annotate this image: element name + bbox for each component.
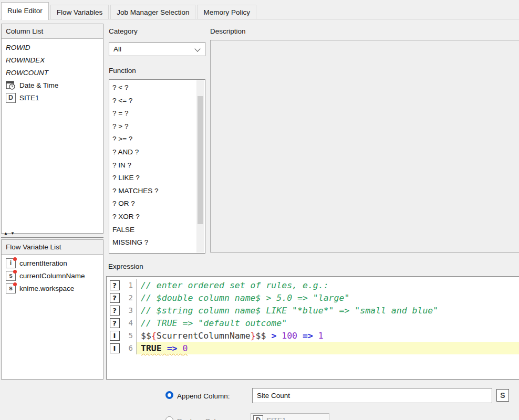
- code-token: =>: [303, 331, 313, 341]
- function-item[interactable]: ? > ?: [112, 120, 196, 133]
- function-item[interactable]: FALSE: [112, 224, 196, 237]
- code-token: $$: [141, 331, 151, 341]
- column-label: ROWID: [6, 44, 30, 51]
- expression-editor[interactable]: ?1// enter ordered set of rules, e.g.:?2…: [106, 276, 519, 380]
- function-label: Function: [109, 67, 136, 75]
- append-column-label: Append Column:: [177, 392, 230, 400]
- code-line-5[interactable]: I5$${ScurrentColumnName}$$ > 100 => 1: [107, 329, 519, 342]
- code-text[interactable]: TRUE => 0: [136, 342, 519, 354]
- tab-memory-policy[interactable]: Memory Policy: [197, 5, 256, 19]
- description-pane: [210, 40, 519, 253]
- line-number: 6: [122, 342, 136, 354]
- replace-column-dropdown[interactable]: D SITE1: [251, 413, 329, 420]
- code-text[interactable]: // $double column name$ > 5.0 => "large": [136, 291, 519, 304]
- function-item[interactable]: ? XOR ?: [112, 211, 196, 224]
- s-variable-type-icon: s: [6, 284, 16, 293]
- line-number: 3: [122, 304, 136, 317]
- function-item[interactable]: ? <= ?: [112, 94, 196, 108]
- replace-column-value: SITE1: [266, 416, 286, 420]
- replace-column-radio[interactable]: [165, 416, 173, 420]
- code-token: }: [251, 331, 256, 341]
- code-text[interactable]: // $string column name$ LIKE "*blue*" =>…: [136, 304, 519, 317]
- variable-dot: [13, 282, 17, 286]
- double-type-icon: D: [6, 93, 16, 103]
- description-label: Description: [210, 27, 246, 35]
- flow-variable-label: currentIteration: [19, 259, 67, 267]
- code-line-3[interactable]: ?3// $string column name$ LIKE "*blue*" …: [107, 304, 519, 317]
- function-item[interactable]: ? MATCHES ?: [112, 185, 196, 198]
- panel-splitter[interactable]: ▲▼: [1, 233, 103, 239]
- flow-variable-item[interactable]: scurrentColumnName: [2, 269, 103, 282]
- flow-variable-item[interactable]: icurrentIteration: [2, 257, 103, 269]
- column-label: ROWCOUNT: [6, 69, 48, 77]
- function-item[interactable]: ? IN ?: [112, 159, 196, 172]
- function-item[interactable]: ? OR ?: [112, 197, 196, 211]
- gutter-icon-cell: I: [107, 342, 122, 354]
- gutter-icon-cell: ?: [107, 291, 122, 304]
- function-items: ? < ?? <= ?? = ?? > ?? >= ?? AND ?? IN ?…: [112, 81, 196, 253]
- column-list: ROWIDROWINDEXROWCOUNTDate & TimeDSITE1: [2, 38, 103, 233]
- function-item[interactable]: ? LIKE ?: [112, 172, 196, 185]
- variable-dot: [13, 270, 17, 274]
- column-list-item[interactable]: DSITE1: [2, 91, 103, 104]
- code-line-6[interactable]: I6TRUE => 0: [107, 342, 519, 354]
- tab-job-manager-selection[interactable]: Job Manager Selection: [110, 5, 195, 19]
- function-item[interactable]: ? AND ?: [112, 146, 196, 159]
- function-item[interactable]: ? = ?: [112, 107, 196, 120]
- string-type-icon: S: [496, 389, 509, 402]
- code-token: $$: [256, 331, 266, 341]
- code-line-4[interactable]: ?4// TRUE => "default outcome": [107, 317, 519, 329]
- category-selected-value: All: [113, 45, 121, 53]
- function-listbox: ? < ?? <= ?? = ?? > ?? >= ?? AND ?? IN ?…: [109, 79, 205, 254]
- code-text[interactable]: // TRUE => "default outcome": [136, 317, 519, 329]
- flow-variable-item[interactable]: sknime.workspace: [2, 282, 103, 295]
- column-list-item[interactable]: ROWINDEX: [2, 54, 103, 66]
- replace-column-label: Replace Column:: [177, 417, 232, 420]
- integer-rule-icon: I: [110, 331, 120, 341]
- code-token: // TRUE => "default outcome": [141, 318, 287, 328]
- function-item[interactable]: NOT ?: [112, 249, 196, 253]
- code-token: 0: [183, 343, 188, 353]
- column-list-item[interactable]: Date & Time: [2, 79, 103, 91]
- function-scrollbar[interactable]: [196, 80, 204, 253]
- append-column-radio[interactable]: [165, 391, 173, 399]
- append-column-input[interactable]: [252, 388, 492, 403]
- column-list-item[interactable]: ROWID: [2, 41, 103, 54]
- integer-rule-icon: I: [110, 343, 120, 353]
- code-token: [162, 343, 167, 353]
- code-token: [297, 331, 303, 341]
- code-token: [313, 331, 318, 341]
- flow-variable-label: knime.workspace: [19, 285, 74, 292]
- gutter-icon-cell: ?: [107, 317, 122, 329]
- flow-variable-list-title: Flow Variable List: [2, 240, 103, 254]
- code-line-1[interactable]: ?1// enter ordered set of rules, e.g.:: [107, 279, 519, 291]
- column-list-item[interactable]: ROWCOUNT: [2, 66, 103, 79]
- function-item[interactable]: ? >= ?: [112, 133, 196, 146]
- code-line-2[interactable]: ?2// $double column name$ > 5.0 => "larg…: [107, 291, 519, 304]
- comment-rule-icon: ?: [110, 306, 120, 316]
- column-list-title: Column List: [2, 24, 103, 38]
- flow-variable-list: icurrentIterationscurrentColumnNamesknim…: [2, 254, 103, 379]
- comment-rule-icon: ?: [110, 318, 120, 328]
- error-squiggle: TRUE => 0: [141, 343, 188, 353]
- column-label: ROWINDEX: [6, 56, 45, 64]
- comment-rule-icon: ?: [110, 293, 120, 303]
- function-item[interactable]: ? < ?: [112, 81, 196, 94]
- tab-flow-variables[interactable]: Flow Variables: [50, 5, 109, 19]
- line-number: 4: [122, 317, 136, 329]
- function-item[interactable]: MISSING ?: [112, 236, 196, 249]
- code-text[interactable]: $${ScurrentColumnName}$$ > 100 => 1: [136, 329, 519, 342]
- code-token: TRUE: [141, 343, 162, 353]
- code-token: [276, 331, 282, 341]
- function-scrollbar-thumb[interactable]: [198, 96, 203, 224]
- column-label: SITE1: [19, 94, 39, 102]
- category-label: Category: [109, 27, 138, 35]
- variable-dot: [13, 257, 17, 261]
- code-token: 1: [318, 331, 324, 341]
- splitter-arrows-icon[interactable]: ▲▼: [4, 231, 17, 236]
- code-text[interactable]: // enter ordered set of rules, e.g.:: [136, 279, 519, 291]
- code-token: ScurrentColumnName: [157, 331, 251, 341]
- tab-rule-editor[interactable]: Rule Editor: [1, 2, 49, 20]
- category-dropdown[interactable]: All: [109, 42, 205, 56]
- code-token: >: [271, 331, 276, 341]
